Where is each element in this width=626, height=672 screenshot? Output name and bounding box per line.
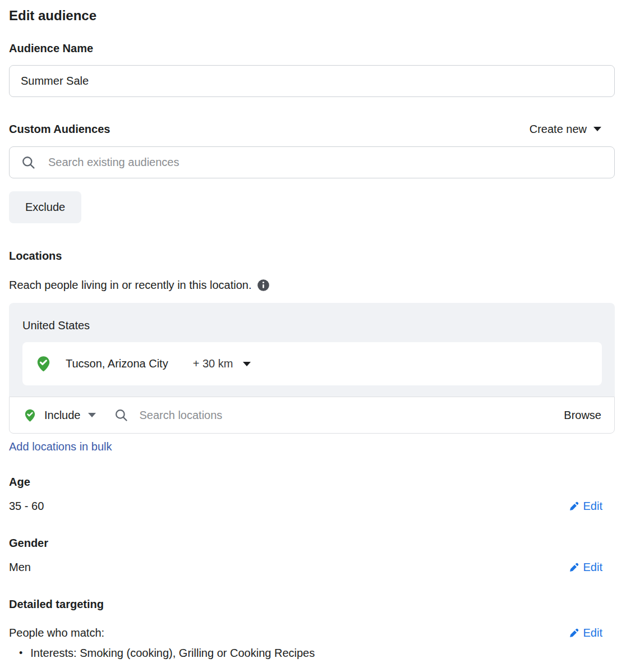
detailed-targeting-row: People who match: Edit (9, 627, 615, 639)
gender-label: Gender (9, 536, 615, 550)
pencil-icon (569, 562, 579, 573)
locations-search-input[interactable] (139, 408, 558, 422)
chevron-down-icon (593, 127, 601, 131)
audience-name-label: Audience Name (9, 42, 615, 55)
create-new-dropdown[interactable]: Create new (530, 122, 601, 136)
detailed-targeting-label: Detailed targeting (9, 597, 615, 611)
interest-list-item: • Interests: Smoking (cooking), Grilling… (9, 647, 615, 660)
edit-label: Edit (583, 627, 602, 639)
locations-description: Reach people living in or recently in th… (9, 278, 251, 292)
edit-label: Edit (583, 500, 602, 513)
selected-locations-panel: United States Tucson, Arizona City + 30 … (9, 303, 615, 397)
age-row: 35 - 60 Edit (9, 500, 615, 513)
custom-audiences-label: Custom Audiences (9, 122, 110, 136)
location-pin-icon (23, 408, 37, 422)
audience-name-input[interactable] (9, 65, 615, 97)
custom-audiences-search-input[interactable] (47, 155, 603, 169)
chevron-down-icon (243, 362, 251, 366)
custom-audiences-search-box[interactable] (9, 146, 615, 178)
gender-row: Men Edit (9, 561, 615, 574)
pencil-icon (569, 628, 579, 638)
location-search-row: Include Browse (9, 397, 615, 434)
custom-audiences-header: Custom Audiences Create new (9, 122, 615, 136)
add-locations-bulk-link[interactable]: Add locations in bulk (9, 440, 112, 453)
pencil-icon (569, 501, 579, 512)
locations-description-row: Reach people living in or recently in th… (9, 278, 615, 292)
locations-label: Locations (9, 249, 615, 263)
info-icon[interactable] (257, 279, 270, 292)
exclude-button[interactable]: Exclude (9, 191, 81, 223)
gender-edit-button[interactable]: Edit (569, 561, 602, 574)
edit-audience-panel: Edit audience Audience Name Custom Audie… (0, 0, 626, 671)
location-pin-icon (35, 355, 52, 372)
detailed-targeting-edit-button[interactable]: Edit (569, 627, 602, 639)
radius-dropdown[interactable]: + 30 km (193, 357, 251, 370)
search-icon (114, 408, 128, 422)
country-group-label: United States (22, 319, 602, 332)
gender-value: Men (9, 561, 31, 574)
interest-text: Interests: Smoking (cooking), Grilling o… (30, 647, 315, 660)
search-icon (21, 155, 36, 170)
radius-value: + 30 km (193, 357, 233, 370)
selected-location-row[interactable]: Tucson, Arizona City + 30 km (22, 342, 602, 385)
bullet-marker: • (19, 647, 22, 660)
locations-widget: United States Tucson, Arizona City + 30 … (9, 303, 615, 434)
page-title: Edit audience (9, 8, 615, 24)
age-label: Age (9, 475, 615, 489)
age-value: 35 - 60 (9, 500, 44, 513)
edit-label: Edit (583, 561, 602, 574)
include-label: Include (44, 409, 81, 422)
browse-button[interactable]: Browse (564, 409, 601, 422)
include-dropdown[interactable]: Include (23, 408, 96, 422)
selected-location-name: Tucson, Arizona City (66, 357, 168, 370)
create-new-label: Create new (530, 122, 587, 136)
chevron-down-icon (88, 413, 96, 417)
age-edit-button[interactable]: Edit (569, 500, 602, 513)
people-who-match-label: People who match: (9, 627, 104, 639)
